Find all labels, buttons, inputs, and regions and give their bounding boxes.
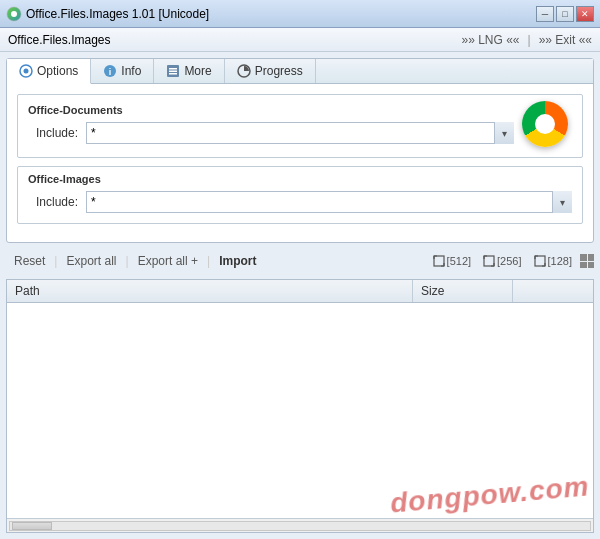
close-button[interactable]: ✕ — [576, 6, 594, 22]
office-docs-section: Office-Documents Include: * ▾ — [17, 94, 583, 158]
svg-rect-9 — [169, 73, 177, 75]
export-all-button[interactable]: Export all — [58, 251, 124, 271]
size-256-button[interactable]: [256] — [479, 253, 525, 269]
tab-more-label: More — [184, 64, 211, 78]
images-include-label: Include: — [28, 195, 78, 209]
title-bar: Office.Files.Images 1.01 [Unicode] ─ □ ✕ — [0, 0, 600, 28]
window-title: Office.Files.Images 1.01 [Unicode] — [26, 7, 209, 21]
menu-right: »» LNG «« | »» Exit «« — [461, 33, 592, 47]
scroll-track[interactable] — [9, 521, 591, 531]
import-button[interactable]: Import — [211, 251, 264, 271]
svg-rect-7 — [169, 68, 177, 70]
tab-info[interactable]: i Info — [91, 59, 154, 83]
size-128-label: [128] — [548, 255, 572, 267]
main-container: Options i Info — [0, 52, 600, 539]
col-size: Size — [413, 280, 513, 302]
export-all-plus-button[interactable]: Export all + — [130, 251, 206, 271]
scroll-thumb[interactable] — [12, 522, 52, 530]
grid-view-button[interactable] — [580, 254, 594, 268]
docs-include-select-wrapper[interactable]: * ▾ — [86, 122, 514, 144]
col-extra — [513, 280, 593, 302]
size-128-button[interactable]: [128] — [530, 253, 576, 269]
tab-progress-label: Progress — [255, 64, 303, 78]
minimize-button[interactable]: ─ — [536, 6, 554, 22]
tab-info-label: Info — [121, 64, 141, 78]
tab-options-label: Options — [37, 64, 78, 78]
images-include-select[interactable]: * — [86, 191, 572, 213]
table-header: Path Size — [7, 280, 593, 303]
images-include-row: Include: * ▾ — [28, 191, 572, 213]
tab-panel: Options i Info — [6, 58, 594, 243]
svg-rect-12 — [484, 256, 494, 266]
grid-cell-3 — [580, 262, 587, 269]
col-path: Path — [7, 280, 413, 302]
office-images-title: Office-Images — [28, 173, 572, 185]
size-512-button[interactable]: [512] — [429, 253, 475, 269]
size-256-label: [256] — [497, 255, 521, 267]
tab-more[interactable]: More — [154, 59, 224, 83]
table-area: Path Size — [6, 279, 594, 533]
reset-button[interactable]: Reset — [6, 251, 53, 271]
lng-menu[interactable]: »» LNG «« — [461, 33, 519, 47]
app-logo — [522, 101, 568, 147]
images-include-select-wrapper[interactable]: * ▾ — [86, 191, 572, 213]
table-body[interactable] — [7, 303, 593, 518]
info-icon: i — [103, 64, 117, 78]
resize-icon-128 — [534, 255, 546, 267]
horizontal-scrollbar[interactable] — [7, 518, 593, 532]
toolbar: Reset | Export all | Export all + | Impo… — [6, 247, 594, 275]
resize-icon-256 — [483, 255, 495, 267]
svg-point-1 — [11, 11, 17, 17]
more-icon — [166, 64, 180, 78]
docs-include-label: Include: — [28, 126, 78, 140]
title-text-area: Office.Files.Images 1.01 [Unicode] — [6, 6, 536, 22]
window-controls: ─ □ ✕ — [536, 6, 594, 22]
office-docs-title: Office-Documents — [28, 104, 514, 116]
grid-cell-4 — [588, 262, 595, 269]
progress-icon — [237, 64, 251, 78]
docs-include-row: Include: * ▾ — [28, 122, 514, 144]
tab-options[interactable]: Options — [7, 59, 91, 84]
app-name-label: Office.Files.Images — [8, 33, 110, 47]
svg-rect-13 — [535, 256, 545, 266]
svg-rect-8 — [169, 71, 177, 73]
docs-include-select[interactable]: * — [86, 122, 514, 144]
svg-rect-11 — [434, 256, 444, 266]
tabs-bar: Options i Info — [7, 59, 593, 84]
options-icon — [19, 64, 33, 78]
app-icon — [6, 6, 22, 22]
menu-sep: | — [528, 33, 531, 47]
menu-bar: Office.Files.Images »» LNG «« | »» Exit … — [0, 28, 600, 52]
grid-cell-1 — [580, 254, 587, 261]
grid-cell-2 — [588, 254, 595, 261]
tab-progress[interactable]: Progress — [225, 59, 316, 83]
toolbar-right: [512] [256] [128] — [429, 253, 594, 269]
office-images-section: Office-Images Include: * ▾ — [17, 166, 583, 224]
logo-inner — [535, 114, 555, 134]
size-512-label: [512] — [447, 255, 471, 267]
svg-text:i: i — [109, 67, 112, 77]
maximize-button[interactable]: □ — [556, 6, 574, 22]
exit-menu[interactable]: »» Exit «« — [539, 33, 592, 47]
tab-content: Office-Documents Include: * ▾ — [7, 84, 593, 242]
resize-icon-512 — [433, 255, 445, 267]
svg-point-3 — [24, 69, 29, 74]
